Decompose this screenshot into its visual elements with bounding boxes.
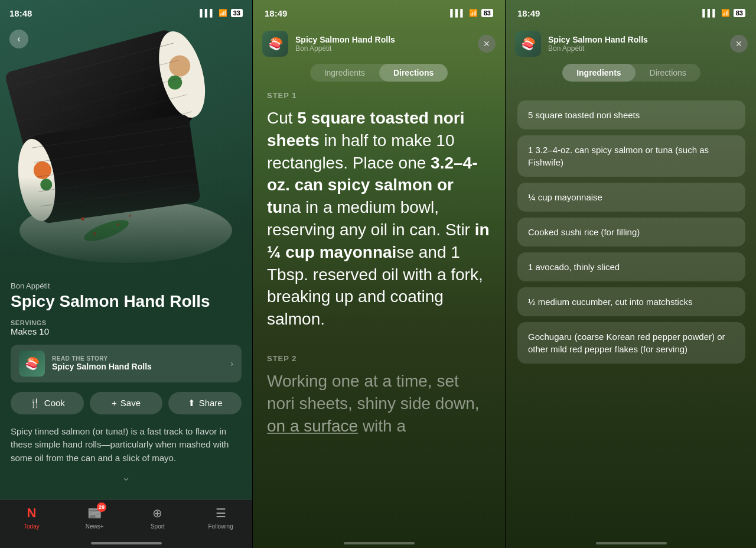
step1-text: Cut 5 square toasted nori sheets in half…: [267, 107, 491, 330]
following-icon: ☰: [213, 505, 229, 521]
step1-bold1: 5 square toasted nori sheets: [267, 109, 465, 150]
battery: 33: [231, 9, 243, 17]
panel1-content: Bon Appétit Spicy Salmon Hand Rolls SERV…: [0, 272, 252, 499]
recipe-title: Spicy Salmon Hand Rolls: [11, 293, 242, 311]
tab-switcher-3: Ingredients Directions: [506, 64, 756, 91]
recipe-header-2: 🍣 Spicy Salmon Hand Rolls Bon Appétit ✕: [253, 26, 505, 64]
tab-today[interactable]: N Today: [0, 505, 63, 530]
recipe-header-source-2: Bon Appétit: [295, 44, 471, 53]
panel-3: 18:49 ▌▌▌ 📶 83 🍣 Spicy Salmon Hand Rolls…: [506, 0, 756, 548]
signal-icon-2: ▌▌▌: [450, 9, 465, 17]
ingredient-item-2[interactable]: ¼ cup mayonnaise: [517, 183, 745, 212]
share-icon: ⬆: [188, 398, 195, 408]
close-button-3[interactable]: ✕: [730, 35, 748, 53]
tab-ingredients-3[interactable]: Ingredients: [562, 64, 635, 82]
ingredient-item-6[interactable]: Gochugaru (coarse Korean red pepper powd…: [517, 322, 745, 364]
sport-icon: ⊕: [149, 505, 166, 521]
signal-icon-3: ▌▌▌: [702, 9, 718, 17]
recipe-header-title-3: Spicy Salmon Hand Rolls: [548, 35, 723, 44]
recipe-header-3: 🍣 Spicy Salmon Hand Rolls Bon Appétit ✕: [506, 26, 756, 64]
back-button[interactable]: ‹: [9, 30, 28, 48]
step1-bold3: in ¼ cup mayonnai: [267, 221, 490, 261]
tab-switcher-wrap-2: Ingredients Directions: [310, 64, 448, 82]
action-buttons: 🍴 Cook + Save ⬆ Share: [11, 392, 242, 414]
status-icons-3: ▌▌▌ 📶 83: [702, 9, 745, 17]
servings-value: Makes 10: [11, 326, 242, 336]
ingredient-item-5[interactable]: ½ medium cucumber, cut into matchsticks: [517, 287, 745, 316]
status-bar: 18:48 ▌▌▌ 📶 33: [0, 0, 252, 26]
wifi-icon: 📶: [219, 9, 227, 17]
recipe-header-text-2: Spicy Salmon Hand Rolls Bon Appétit: [295, 35, 471, 53]
tab-following[interactable]: ☰ Following: [189, 505, 252, 530]
status-bar-2: 18:49 ▌▌▌ 📶 83: [253, 0, 505, 26]
read-story-label: READ THE STORY: [52, 355, 223, 362]
close-button-2[interactable]: ✕: [478, 35, 496, 53]
sushi-illustration: [0, 0, 252, 272]
ingredient-item-1[interactable]: 1 3.2–4-oz. can spicy salmon or tuna (su…: [517, 135, 745, 177]
tab-newsplus[interactable]: 📰 29 News+: [63, 505, 126, 530]
recipe-header-title-2: Spicy Salmon Hand Rolls: [295, 35, 471, 44]
tab-newsplus-label: News+: [86, 523, 104, 530]
battery-3: 83: [734, 9, 745, 17]
tab-bar: N Today 📰 29 News+ ⊕ Sport ☰ Following: [0, 500, 252, 548]
time: 18:48: [9, 8, 32, 18]
servings-section: SERVINGS Makes 10: [11, 319, 242, 336]
status-icons-2: ▌▌▌ 📶 83: [450, 9, 493, 17]
ingredient-item-3[interactable]: Cooked sushi rice (for filling): [517, 218, 745, 247]
tab-following-label: Following: [208, 523, 233, 530]
read-story-title: Spicy Salmon Hand Rolls: [52, 362, 223, 371]
servings-label: SERVINGS: [11, 319, 242, 326]
swipe-indicator: ⌄: [11, 465, 242, 489]
status-icons: ▌▌▌ 📶 33: [200, 9, 243, 17]
newsplus-icon: 📰 29: [86, 505, 103, 521]
share-button[interactable]: ⬆ Share: [168, 392, 242, 414]
panel-1: 18:48 ▌▌▌ 📶 33 ‹ Bon Appétit Spicy Salmo…: [0, 0, 252, 548]
read-story-card[interactable]: 🍣 READ THE STORY Spicy Salmon Hand Rolls…: [11, 345, 242, 382]
tab-switcher-wrap-3: Ingredients Directions: [562, 64, 700, 82]
save-button[interactable]: + Save: [90, 392, 163, 414]
source-label: Bon Appétit: [11, 281, 242, 290]
ingredient-item-4[interactable]: 1 avocado, thinly sliced: [517, 252, 745, 281]
tab-sport[interactable]: ⊕ Sport: [126, 505, 190, 530]
tab-directions-2[interactable]: Directions: [379, 64, 448, 82]
time-2: 18:49: [265, 8, 287, 18]
battery-2: 83: [481, 9, 493, 17]
recipe-header-text-3: Spicy Salmon Hand Rolls Bon Appétit: [548, 35, 723, 53]
tab-today-label: Today: [24, 523, 40, 530]
time-3: 18:49: [517, 8, 540, 18]
step2-label: STEP 2: [267, 354, 491, 363]
recipe-thumbnail-3: 🍣: [515, 31, 541, 57]
hero-image: [0, 0, 252, 272]
wifi-icon-2: 📶: [469, 9, 478, 17]
story-thumbnail: 🍣: [19, 351, 45, 377]
recipe-header-source-3: Bon Appétit: [548, 44, 723, 53]
recipe-description: Spicy tinned salmon (or tuna!) is a fast…: [11, 425, 242, 465]
signal-icon: ▌▌▌: [200, 9, 215, 17]
recipe-thumbnail-2: 🍣: [262, 31, 288, 57]
ingredients-list: 5 square toasted nori sheets 1 3.2–4-oz.…: [506, 91, 756, 373]
plus-icon: +: [112, 398, 117, 408]
home-indicator-3: [596, 542, 667, 544]
tab-directions-3[interactable]: Directions: [636, 64, 700, 82]
status-bar-3: 18:49 ▌▌▌ 📶 83: [506, 0, 756, 26]
story-text: READ THE STORY Spicy Salmon Hand Rolls: [52, 355, 223, 371]
ingredient-item-0[interactable]: 5 square toasted nori sheets: [517, 100, 745, 129]
directions-content: STEP 1 Cut 5 square toasted nori sheets …: [253, 91, 505, 533]
step2-highlight: on a surface: [267, 417, 358, 435]
today-icon: N: [23, 505, 40, 521]
tab-switcher-2: Ingredients Directions: [253, 64, 505, 91]
cook-icon: 🍴: [30, 398, 41, 408]
wifi-icon-3: 📶: [721, 9, 730, 17]
step1-bold2: 3.2–4-oz. can spicy salmon or tu: [267, 154, 477, 217]
cook-button[interactable]: 🍴 Cook: [11, 392, 84, 414]
chevron-right-icon: ›: [230, 359, 233, 368]
home-indicator-2: [344, 542, 415, 544]
home-indicator: [91, 542, 162, 544]
step1-label: STEP 1: [267, 91, 491, 100]
panel-2: 18:49 ▌▌▌ 📶 83 🍣 Spicy Salmon Hand Rolls…: [253, 0, 505, 548]
tab-ingredients-2[interactable]: Ingredients: [310, 64, 379, 82]
tab-sport-label: Sport: [151, 523, 165, 530]
step2-text: Working one at a time, set nori sheets, …: [267, 370, 491, 437]
news-badge: 29: [97, 502, 106, 512]
